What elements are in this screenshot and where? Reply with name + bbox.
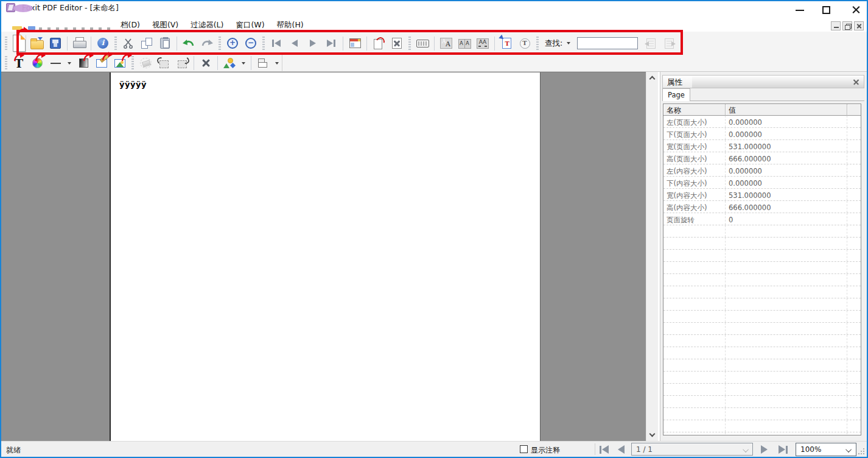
new-document-button[interactable] — [10, 35, 28, 51]
gradient-fill-button[interactable] — [74, 55, 93, 71]
status-last-page-button[interactable] — [779, 445, 788, 454]
toolbar-drag-handle[interactable] — [536, 37, 539, 51]
find-next-button[interactable] — [660, 35, 678, 51]
resize-grip[interactable] — [858, 448, 865, 455]
status-first-page-button[interactable] — [600, 445, 609, 454]
toolbar-drag-handle[interactable] — [262, 37, 265, 51]
shapes-button[interactable] — [220, 55, 239, 71]
status-previous-page-button[interactable] — [618, 445, 625, 454]
prop-extra — [847, 189, 861, 200]
table-row[interactable]: 高(内容大小)666.000000 — [663, 201, 861, 213]
shapes-caret-icon[interactable] — [242, 62, 245, 65]
prop-name: 下(页面大小) — [663, 128, 726, 139]
toolbar-drag-handle[interactable] — [5, 56, 7, 70]
pdf-page[interactable]: ÿÿÿÿÿ — [110, 72, 541, 441]
line-style-button[interactable] — [46, 55, 65, 71]
table-row[interactable]: 高(页面大小)666.000000 — [663, 152, 861, 164]
letter-spacing-button[interactable]: AA — [474, 35, 492, 51]
redo-button[interactable] — [198, 35, 216, 51]
child-restore-icon[interactable] — [842, 21, 852, 30]
arrange-button[interactable] — [254, 55, 272, 71]
prop-name: 页面旋转 — [663, 213, 726, 225]
table-row[interactable]: 页面旋转0 — [663, 213, 861, 225]
print-button[interactable] — [70, 35, 88, 51]
first-page-button[interactable] — [267, 35, 285, 51]
menu-item-window[interactable]: 窗口(W) — [229, 20, 270, 30]
child-minimize-icon[interactable] — [831, 21, 841, 30]
zoom-level-combo[interactable]: 100% — [796, 443, 856, 456]
color-wheel-button[interactable] — [28, 55, 46, 71]
close-icon[interactable] — [852, 5, 861, 15]
tab-page[interactable]: Page — [662, 88, 690, 101]
find-input[interactable] — [577, 37, 638, 49]
previous-page-button[interactable] — [285, 35, 304, 51]
separator — [595, 443, 595, 455]
toolbar-drag-handle[interactable] — [131, 56, 134, 70]
scroll-down-icon[interactable] — [649, 431, 656, 437]
virtual-keyboard-button[interactable] — [413, 35, 432, 51]
toolbar-drag-handle[interactable] — [114, 37, 117, 51]
panel-close-icon[interactable] — [853, 79, 859, 85]
toolbar-drag-handle[interactable] — [219, 37, 221, 51]
table-row[interactable]: 下(内容大小)0.000000 — [663, 177, 861, 189]
prop-name: 高(页面大小) — [663, 152, 726, 164]
line-icon — [51, 63, 61, 64]
table-row[interactable]: 左(页面大小)0.000000 — [663, 116, 861, 128]
maximize-icon[interactable] — [822, 6, 830, 14]
empty-row — [663, 420, 861, 432]
vertical-scrollbar[interactable] — [646, 72, 658, 441]
last-page-button[interactable] — [322, 35, 340, 51]
document-canvas[interactable]: ÿÿÿÿÿ — [1, 72, 646, 441]
child-close-icon[interactable] — [854, 21, 864, 30]
show-annotations-checkbox[interactable] — [520, 445, 528, 453]
menu-item-help[interactable]: 帮助(H) — [271, 20, 310, 30]
toolbar-drag-handle[interactable] — [5, 37, 7, 51]
arrange-caret-icon[interactable] — [275, 62, 279, 65]
cut-button[interactable] — [119, 35, 138, 51]
next-page-button[interactable] — [304, 35, 322, 51]
menu-item-filter[interactable]: 过滤器(L) — [184, 20, 229, 30]
zoom-in-button[interactable] — [223, 35, 242, 51]
paste-button[interactable] — [156, 35, 174, 51]
undo-button[interactable] — [180, 35, 198, 51]
rotate-object-left-button[interactable] — [155, 55, 173, 71]
separator — [251, 56, 251, 70]
delete-page-button[interactable] — [388, 35, 406, 51]
font-overlay-button[interactable] — [437, 35, 455, 51]
column-header-name[interactable]: 名称 — [663, 104, 726, 116]
table-row[interactable]: 宽(内容大小)531.000000 — [663, 189, 861, 201]
table-row[interactable]: 宽(页面大小)531.000000 — [663, 140, 861, 152]
line-style-caret-icon[interactable] — [68, 62, 71, 65]
zoom-out-button[interactable] — [242, 35, 260, 51]
find-dropdown-caret-icon[interactable] — [567, 42, 570, 44]
text-circle-button[interactable] — [516, 35, 534, 51]
empty-row — [663, 347, 861, 359]
copy-icon — [141, 38, 153, 49]
page-thumbnails-button[interactable] — [346, 35, 364, 51]
table-row[interactable]: 下(页面大小)0.000000 — [663, 128, 861, 140]
prop-name: 左(内容大小) — [663, 164, 726, 176]
font-compare-button[interactable] — [455, 35, 474, 51]
rotate-object-right-button[interactable] — [173, 55, 191, 71]
document-info-button[interactable] — [94, 35, 112, 51]
menu-item-view[interactable]: 视图(V) — [146, 20, 184, 30]
eraser-button[interactable] — [136, 55, 155, 71]
text-tool-button[interactable]: T — [10, 55, 28, 71]
find-previous-button[interactable] — [642, 35, 660, 51]
insert-text-button[interactable] — [497, 35, 516, 51]
minimize-icon[interactable] — [796, 10, 804, 11]
open-button[interactable] — [28, 35, 46, 51]
save-button[interactable] — [46, 35, 65, 51]
insert-image-button[interactable] — [111, 55, 129, 71]
rotate-page-button[interactable] — [369, 35, 388, 51]
toolbar-drag-handle[interactable] — [408, 37, 411, 51]
page-indicator-combo[interactable]: 1 / 1 — [631, 443, 753, 456]
delete-object-button[interactable] — [197, 55, 215, 71]
copy-button[interactable] — [138, 35, 156, 51]
scroll-up-icon[interactable] — [649, 76, 656, 82]
menu-item-document[interactable]: 档(D) — [114, 20, 146, 30]
table-row[interactable]: 左(内容大小)0.000000 — [663, 164, 861, 177]
status-next-page-button[interactable] — [761, 445, 768, 454]
column-header-value[interactable]: 值 — [726, 104, 847, 116]
edit-image-button[interactable] — [93, 55, 111, 71]
